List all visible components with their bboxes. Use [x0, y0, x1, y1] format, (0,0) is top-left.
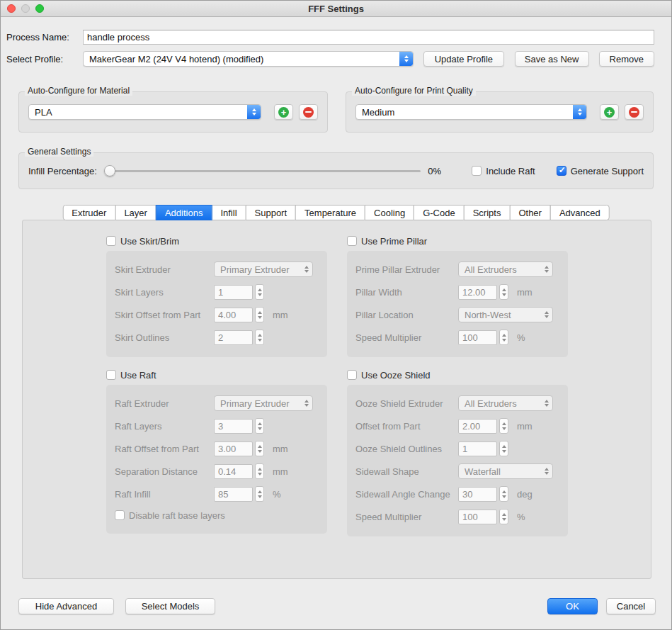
slider-knob[interactable] [104, 165, 115, 176]
remove-quality-button[interactable] [625, 104, 644, 120]
raft-infill-stepper[interactable] [255, 486, 264, 502]
tab-cooling[interactable]: Cooling [365, 205, 414, 220]
raft-infill-label: Raft Infill [115, 489, 214, 500]
tab-support[interactable]: Support [246, 205, 297, 220]
add-material-button[interactable]: + [274, 104, 293, 120]
tab-extruder[interactable]: Extruder [62, 205, 115, 220]
raft-separation-label: Separation Distance [115, 466, 214, 477]
additions-right-column: Use Prime Pillar Prime Pillar Extruder A… [347, 233, 568, 536]
tab-temperature[interactable]: Temperature [295, 205, 365, 220]
tab-gcode[interactable]: G-Code [414, 205, 465, 220]
cancel-button[interactable]: Cancel [606, 598, 656, 614]
ooze-extruder-select[interactable]: All Extruders [458, 395, 553, 411]
sidewall-shape-value: Waterfall [465, 466, 501, 477]
prime-speed-stepper[interactable] [499, 330, 508, 345]
hide-advanced-button[interactable]: Hide Advanced [18, 598, 114, 614]
infill-percentage-value: 0% [428, 166, 449, 176]
chevron-updown-icon [545, 311, 549, 318]
skirt-panel: Skirt Extruder Primary Extruder Skirt La… [106, 251, 327, 357]
skirt-layers-stepper[interactable] [255, 284, 264, 300]
tab-scripts[interactable]: Scripts [464, 205, 511, 220]
select-models-button[interactable]: Select Models [125, 598, 215, 614]
ooze-speed-input[interactable] [458, 510, 497, 524]
raft-separation-stepper[interactable] [255, 463, 264, 479]
raft-layers-input[interactable] [214, 419, 253, 434]
prime-extruder-select[interactable]: All Extruders [458, 261, 553, 277]
chevron-updown-icon [545, 400, 549, 407]
profile-select[interactable]: MakerGear M2 (24V V4 hotend) (modified) [83, 51, 414, 67]
skirt-layers-input[interactable] [214, 285, 253, 300]
ooze-outlines-label: Ooze Shield Outlines [355, 444, 458, 454]
prime-speed-input[interactable] [458, 330, 497, 345]
prime-speed-label: Speed Multiplier [355, 332, 458, 343]
remove-material-button[interactable] [299, 104, 318, 120]
pillar-width-stepper[interactable] [499, 284, 508, 300]
quality-select-value: Medium [356, 107, 573, 118]
skirt-extruder-select[interactable]: Primary Extruder [214, 261, 313, 277]
chevron-updown-icon [399, 52, 413, 66]
use-ooze-shield-label: Use Ooze Shield [361, 370, 431, 381]
ooze-outlines-input[interactable] [458, 441, 497, 456]
ooze-speed-stepper[interactable] [499, 509, 508, 524]
use-prime-pillar-checkbox[interactable] [347, 236, 357, 246]
raft-separation-input[interactable] [214, 464, 253, 479]
generate-support-checkbox[interactable] [557, 166, 566, 176]
additions-left-column: Use Skirt/Brim Skirt Extruder Primary Ex… [106, 233, 327, 534]
skirt-outlines-input[interactable] [214, 330, 253, 345]
tab-additions[interactable]: Additions [156, 205, 212, 220]
raft-panel: Raft Extruder Primary Extruder Raft Laye… [106, 385, 327, 534]
unit-label: mm [517, 421, 533, 432]
tab-infill[interactable]: Infill [211, 205, 246, 220]
zoom-window-icon[interactable] [35, 4, 44, 13]
use-raft-label: Use Raft [120, 370, 156, 381]
tab-layer[interactable]: Layer [115, 205, 156, 220]
use-ooze-shield-checkbox[interactable] [347, 370, 357, 380]
minimize-window-icon[interactable] [21, 4, 30, 13]
skirt-offset-stepper[interactable] [255, 307, 264, 322]
infill-percentage-label: Infill Percentage: [28, 166, 97, 176]
auto-configure-quality-title: Auto-Configure for Print Quality [352, 86, 476, 96]
tab-advanced[interactable]: Advanced [550, 205, 610, 220]
unit-label: mm [273, 444, 288, 454]
add-quality-button[interactable]: + [600, 104, 619, 120]
infill-percentage-slider[interactable] [104, 165, 421, 176]
close-window-icon[interactable] [7, 4, 16, 13]
use-skirt-checkbox[interactable] [106, 236, 116, 246]
minus-icon [629, 107, 639, 118]
pillar-width-input[interactable] [458, 285, 497, 300]
skirt-extruder-value: Primary Extruder [220, 264, 290, 275]
include-raft-checkbox[interactable] [472, 166, 482, 176]
use-raft-checkbox[interactable] [106, 370, 116, 380]
material-select[interactable]: PLA [28, 104, 261, 120]
sidewall-angle-stepper[interactable] [499, 486, 508, 502]
tab-other[interactable]: Other [509, 205, 551, 220]
ooze-outlines-stepper[interactable] [499, 441, 508, 456]
pillar-location-select[interactable]: North-West [458, 307, 553, 322]
raft-offset-input[interactable] [214, 441, 253, 456]
sidewall-shape-select[interactable]: Waterfall [458, 463, 553, 479]
skirt-outlines-stepper[interactable] [255, 330, 264, 345]
quality-select[interactable]: Medium [355, 104, 587, 120]
ooze-offset-stepper[interactable] [499, 418, 508, 434]
update-profile-button[interactable]: Update Profile [423, 51, 504, 67]
remove-profile-button[interactable]: Remove [599, 51, 654, 67]
skirt-offset-input[interactable] [214, 308, 253, 322]
raft-extruder-select[interactable]: Primary Extruder [214, 395, 313, 411]
ok-button[interactable]: OK [547, 598, 598, 614]
unit-label: % [273, 489, 281, 500]
process-name-label: Process Name: [6, 32, 83, 43]
process-name-input[interactable] [83, 30, 654, 45]
ooze-offset-input[interactable] [458, 419, 497, 434]
skirt-offset-label: Skirt Offset from Part [115, 310, 214, 320]
fff-settings-dialog: FFF Settings Process Name: Select Profil… [0, 0, 672, 630]
chevron-updown-icon [247, 105, 261, 119]
save-as-new-button[interactable]: Save as New [515, 51, 589, 67]
auto-configure-material-group: Auto-Configure for Material PLA + [18, 91, 328, 133]
sidewall-angle-input[interactable] [458, 487, 497, 502]
raft-offset-stepper[interactable] [255, 441, 264, 456]
prime-extruder-label: Prime Pillar Extruder [355, 264, 458, 275]
unit-label: mm [273, 466, 288, 477]
raft-infill-input[interactable] [214, 487, 253, 502]
disable-raft-base-checkbox[interactable] [115, 510, 125, 520]
raft-layers-stepper[interactable] [255, 418, 264, 434]
